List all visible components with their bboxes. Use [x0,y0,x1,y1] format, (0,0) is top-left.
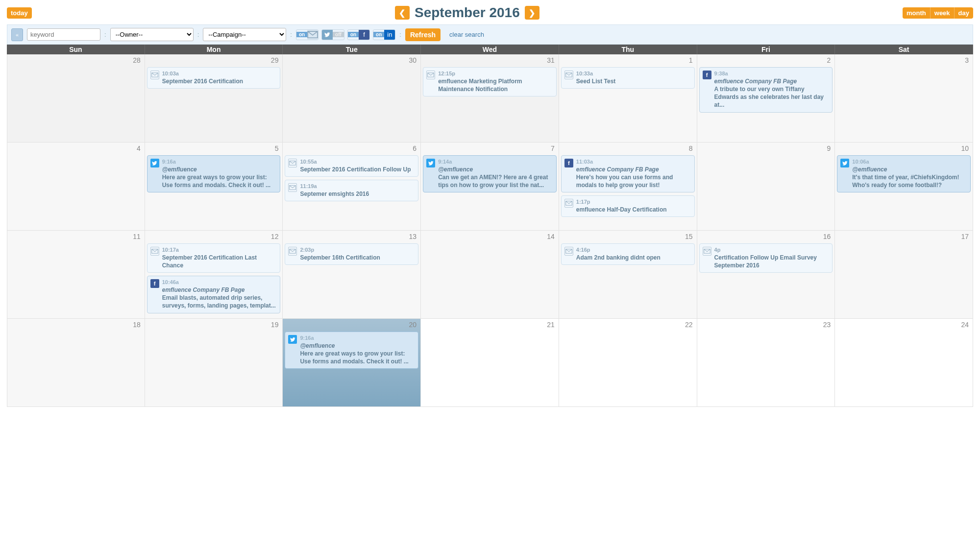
events-list: 10:55aSeptember 2016 Certification Follo… [285,155,418,201]
calendar-cell[interactable]: 1010:06a@emfluenceIt's that time of year… [835,143,973,231]
calendar-cell[interactable]: 154:16pAdam 2nd banking didnt open [559,231,697,319]
calendar-event[interactable]: 2:03pSeptember 16th Certification [285,243,418,265]
calendar-event[interactable]: 10:55aSeptember 2016 Certification Follo… [285,155,418,177]
calendar-cell[interactable]: 21 [421,319,559,407]
calendar-event[interactable]: 10:33aSeed List Test [561,67,695,89]
toggle-label: on [296,32,307,37]
calendar-event[interactable]: 10:03aSeptember 2016 Certification [147,67,281,89]
calendar-cell[interactable]: 28 [7,54,145,143]
calendar-event[interactable]: f10:46aemfluence Company FB PageEmail bl… [147,276,281,313]
calendar-cell[interactable]: 9 [697,143,835,231]
calendar-cell[interactable]: 17 [835,231,973,319]
today-button[interactable]: today [7,7,32,19]
calendar-event[interactable]: 9:14a@emfluenceCan we get an AMEN!? Here… [423,155,557,192]
calendar-cell[interactable]: 209:16a@emfluenceHere are great ways to … [283,319,421,407]
campaign-select[interactable]: --Campaign-- [203,28,286,41]
separator: : [399,31,401,38]
calendar-cell[interactable]: 4 [7,143,145,231]
calendar-event[interactable]: 4pCertification Follow Up Email Survey S… [699,243,833,273]
linkedin-icon: in [384,30,395,40]
day-number: 2 [827,56,831,64]
calendar-cell[interactable]: 30 [283,54,421,143]
calendar-cell[interactable]: 14 [421,231,559,319]
toggle-twitter[interactable]: off [321,29,344,40]
day-number: 31 [547,56,555,64]
day-number: 17 [961,233,969,240]
calendar-event[interactable]: 12:15pemfluence Marketing Platform Maint… [423,67,557,96]
double-chevron-left-icon: « [16,32,19,38]
event-time: 2:03p [300,246,415,254]
view-day-button[interactable]: day [955,7,973,19]
day-number: 18 [133,321,141,329]
calendar-cell[interactable]: 11 [7,231,145,319]
clear-search-link[interactable]: clear search [449,31,484,38]
calendar-event[interactable]: f9:38aemfluence Company FB PageA tribute… [699,67,833,113]
events-list: 4pCertification Follow Up Email Survey S… [699,243,833,273]
toggle-label: off [333,32,344,37]
calendar-cell[interactable]: 164pCertification Follow Up Email Survey… [697,231,835,319]
prev-month-button[interactable]: ❮ [395,6,410,20]
calendar-header: today ❮ September 2016 ❯ month week day [0,0,980,24]
day-header-sun: Sun [7,45,145,54]
calendar-event[interactable]: 1:17pemfluence Half-Day Certification [561,195,695,217]
envelope-icon [564,71,573,79]
facebook-icon: f [703,71,711,79]
calendar-cell[interactable]: 22 [559,319,697,407]
collapse-filters-button[interactable]: « [11,28,23,41]
calendar-cell[interactable]: 24 [835,319,973,407]
view-switch: month week day [903,7,973,19]
refresh-button[interactable]: Refresh [405,28,441,41]
calendar-cell[interactable]: 1210:17aSeptember 2016 Certification Las… [145,231,283,319]
calendar-cell[interactable]: 3 [835,54,973,143]
filter-bar: « : --Owner-- : --Campaign-- : on off on… [7,24,973,45]
calendar-cell[interactable]: 2f9:38aemfluence Company FB PageA tribut… [697,54,835,143]
calendar-cell[interactable]: 610:55aSeptember 2016 Certification Foll… [283,143,421,231]
calendar-event[interactable]: f11:03aemfluence Company FB PageHere's h… [561,155,695,192]
calendar-cell[interactable]: 132:03pSeptember 16th Certification [283,231,421,319]
calendar-cell[interactable]: 8f11:03aemfluence Company FB PageHere's … [559,143,697,231]
toggle-facebook[interactable]: on f [347,29,370,40]
facebook-icon: f [564,159,573,167]
calendar-cell[interactable]: 110:33aSeed List Test [559,54,697,143]
next-month-button[interactable]: ❯ [525,6,539,20]
twitter-icon [840,159,849,167]
calendar-event[interactable]: 9:16a@emfluenceHere are great ways to gr… [147,155,281,192]
calendar-cell[interactable]: 2910:03aSeptember 2016 Certification [145,54,283,143]
calendar-cell[interactable]: 23 [697,319,835,407]
calendar-cell[interactable]: 18 [7,319,145,407]
day-number: 5 [275,144,279,152]
twitter-icon [150,159,159,167]
calendar-event[interactable]: 11:19aSeptemer emsights 2016 [285,180,418,201]
event-body: Here's how you can use forms and modals … [576,173,691,189]
toggle-email[interactable]: on [296,29,318,40]
view-month-button[interactable]: month [903,7,931,19]
keyword-input[interactable] [27,28,100,41]
event-subject: emfluence Half-Day Certification [576,206,691,214]
event-time: 12:15p [438,70,553,77]
owner-select[interactable]: --Owner-- [110,28,194,41]
event-content: 2:03pSeptember 16th Certification [300,246,415,262]
day-header-mon: Mon [145,45,283,54]
envelope-icon [307,30,318,40]
view-week-button[interactable]: week [931,7,955,19]
event-content: 9:38aemfluence Company FB PageA tribute … [714,70,830,109]
calendar-cell[interactable]: 79:14a@emfluenceCan we get an AMEN!? Her… [421,143,559,231]
day-number: 3 [965,56,969,64]
calendar-cell[interactable]: 19 [145,319,283,407]
calendar-cell[interactable]: 3112:15pemfluence Marketing Platform Mai… [421,54,559,143]
day-number: 8 [689,144,693,152]
calendar-event[interactable]: 10:17aSeptember 2016 Certification Last … [147,243,281,273]
event-content: 4pCertification Follow Up Email Survey S… [714,246,830,269]
events-list: 10:33aSeed List Test [561,67,695,89]
calendar-cell[interactable]: 59:16a@emfluenceHere are great ways to g… [145,143,283,231]
event-body: Email blasts, automated drip series, sur… [162,294,277,309]
day-number: 11 [133,233,141,240]
day-number: 28 [133,56,141,64]
day-header-tue: Tue [283,45,421,54]
toggle-linkedin[interactable]: on in [373,29,395,40]
toggle-label: on [373,32,384,37]
calendar-event[interactable]: 10:06a@emfluenceIt's that time of year, … [837,155,971,192]
calendar-event[interactable]: 9:16a@emfluenceHere are great ways to gr… [285,332,418,369]
month-title: September 2016 [415,5,520,21]
calendar-event[interactable]: 4:16pAdam 2nd banking didnt open [561,243,695,265]
